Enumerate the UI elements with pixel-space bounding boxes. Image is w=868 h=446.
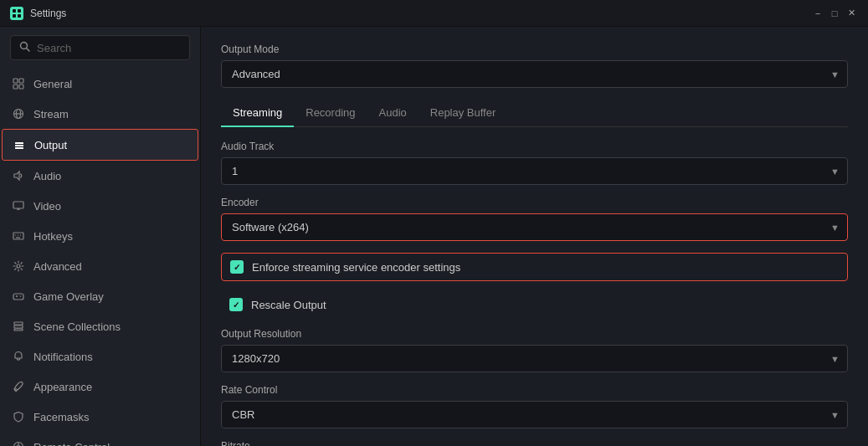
sidebar-item-remote-control[interactable]: Remote Control xyxy=(0,432,200,446)
check-icon: ✓ xyxy=(234,263,240,272)
search-container xyxy=(0,27,200,69)
enforce-row[interactable]: ✓ Enforce streaming service encoder sett… xyxy=(221,253,848,281)
window-title: Settings xyxy=(30,8,66,19)
maximize-button[interactable]: □ xyxy=(828,7,841,20)
sidebar-label-remote-control: Remote Control xyxy=(33,441,110,447)
sidebar-item-output[interactable]: Output xyxy=(2,129,198,161)
svg-rect-15 xyxy=(15,147,23,149)
search-input[interactable] xyxy=(37,42,181,54)
rate-control-group: Rate Control CBR VBR ABR CRF ▼ xyxy=(221,384,848,428)
sidebar-label-output: Output xyxy=(34,139,67,151)
rescale-row[interactable]: ✓ Rescale Output xyxy=(221,291,848,318)
encoder-group: Encoder Software (x264) Hardware (NVENC)… xyxy=(221,197,848,241)
bell-icon xyxy=(12,350,25,363)
rate-control-dropdown-wrapper: CBR VBR ABR CRF ▼ xyxy=(221,401,848,428)
svg-rect-20 xyxy=(13,233,23,239)
sidebar-item-notifications[interactable]: Notifications xyxy=(0,341,200,372)
tab-recording[interactable]: Recording xyxy=(294,100,367,127)
svg-rect-31 xyxy=(14,326,23,328)
sidebar-item-appearance[interactable]: Appearance xyxy=(0,372,200,402)
sidebar-label-game-overlay: Game Overlay xyxy=(33,290,104,303)
sidebar-item-hotkeys[interactable]: Hotkeys xyxy=(0,221,200,251)
sidebar-label-appearance: Appearance xyxy=(33,381,92,393)
sidebar: General Stream Output xyxy=(0,27,201,446)
titlebar-left: Settings xyxy=(10,7,66,20)
audio-track-select[interactable]: 1 2 3 4 5 6 xyxy=(221,157,848,185)
enforce-checkbox[interactable]: ✓ xyxy=(230,260,244,274)
grid-icon xyxy=(12,77,25,90)
rescale-checkbox[interactable]: ✓ xyxy=(229,298,243,311)
tab-audio[interactable]: Audio xyxy=(367,100,419,127)
paint-icon xyxy=(12,380,25,393)
svg-rect-17 xyxy=(13,202,23,208)
sidebar-label-general: General xyxy=(33,78,72,90)
svg-rect-2 xyxy=(13,14,16,18)
close-button[interactable]: ✕ xyxy=(845,7,858,20)
svg-rect-3 xyxy=(18,14,21,18)
rescale-label: Rescale Output xyxy=(251,299,326,311)
svg-marker-16 xyxy=(14,172,19,180)
sidebar-item-facemasks[interactable]: Facemasks xyxy=(0,402,200,432)
layers-icon xyxy=(13,138,26,151)
tabs-row: Streaming Recording Audio Replay Buffer xyxy=(221,100,848,127)
rescale-check-icon: ✓ xyxy=(233,300,239,310)
sidebar-item-stream[interactable]: Stream xyxy=(0,99,200,129)
sidebar-item-advanced[interactable]: Advanced xyxy=(0,251,200,281)
sidebar-item-scene-collections[interactable]: Scene Collections xyxy=(0,311,200,341)
bitrate-label: Bitrate xyxy=(221,440,848,446)
svg-rect-32 xyxy=(14,329,23,331)
svg-rect-30 xyxy=(14,322,23,325)
output-resolution-dropdown-wrapper: 1920x1080 1280x720 854x480 640x360 ▼ xyxy=(221,345,848,372)
rate-control-select[interactable]: CBR VBR ABR CRF xyxy=(221,401,848,428)
rate-control-label: Rate Control xyxy=(221,384,848,396)
sidebar-item-video[interactable]: Video xyxy=(0,191,200,221)
gamepad-icon xyxy=(12,290,25,303)
svg-point-29 xyxy=(20,295,22,297)
minimize-button[interactable]: − xyxy=(811,7,824,20)
globe-icon xyxy=(12,107,25,120)
collection-icon xyxy=(12,320,25,333)
sidebar-label-hotkeys: Hotkeys xyxy=(33,230,73,243)
tab-replay-buffer[interactable]: Replay Buffer xyxy=(419,100,508,127)
encoder-select[interactable]: Software (x264) Hardware (NVENC) Hardwar… xyxy=(221,213,848,241)
output-mode-dropdown-wrapper: Simple Advanced ▼ xyxy=(221,60,848,88)
sidebar-label-video: Video xyxy=(33,200,61,213)
output-resolution-label: Output Resolution xyxy=(221,328,848,340)
audio-track-group: Audio Track 1 2 3 4 5 6 ▼ xyxy=(221,141,848,185)
sidebar-label-audio: Audio xyxy=(33,170,61,182)
output-mode-group: Output Mode Simple Advanced ▼ xyxy=(221,44,848,88)
search-icon xyxy=(19,41,30,54)
sidebar-item-audio[interactable]: Audio xyxy=(0,161,200,191)
encoder-dropdown-wrapper: Software (x264) Hardware (NVENC) Hardwar… xyxy=(221,213,848,241)
sidebar-label-scene-collections: Scene Collections xyxy=(33,320,121,333)
shield-icon xyxy=(12,410,25,423)
tab-streaming[interactable]: Streaming xyxy=(221,100,294,127)
sidebar-label-advanced: Advanced xyxy=(33,260,82,273)
svg-rect-26 xyxy=(13,294,23,300)
titlebar: Settings − □ ✕ xyxy=(0,0,868,27)
svg-rect-7 xyxy=(19,79,23,83)
svg-rect-13 xyxy=(15,142,23,144)
svg-rect-0 xyxy=(13,9,16,13)
keyboard-icon xyxy=(12,229,25,243)
output-resolution-group: Output Resolution 1920x1080 1280x720 854… xyxy=(221,328,848,372)
sidebar-label-notifications: Notifications xyxy=(33,351,93,363)
output-mode-label: Output Mode xyxy=(221,44,848,55)
window-controls: − □ ✕ xyxy=(811,7,858,20)
audio-track-label: Audio Track xyxy=(221,141,848,152)
gear-icon xyxy=(12,259,25,273)
svg-rect-6 xyxy=(13,79,18,83)
sidebar-label-stream: Stream xyxy=(33,108,69,120)
output-mode-select[interactable]: Simple Advanced xyxy=(221,60,848,88)
sidebar-item-game-overlay[interactable]: Game Overlay xyxy=(0,281,200,311)
audio-track-dropdown-wrapper: 1 2 3 4 5 6 ▼ xyxy=(221,157,848,185)
output-resolution-select[interactable]: 1920x1080 1280x720 854x480 640x360 xyxy=(221,345,848,372)
svg-rect-8 xyxy=(13,85,18,89)
enforce-label: Enforce streaming service encoder settin… xyxy=(252,261,460,274)
content-area: Output Mode Simple Advanced ▼ Streaming … xyxy=(201,27,868,446)
main-layout: General Stream Output xyxy=(0,27,868,446)
app-icon xyxy=(10,7,23,20)
sidebar-item-general[interactable]: General xyxy=(0,69,200,99)
search-box[interactable] xyxy=(10,35,190,60)
encoder-label: Encoder xyxy=(221,197,848,208)
